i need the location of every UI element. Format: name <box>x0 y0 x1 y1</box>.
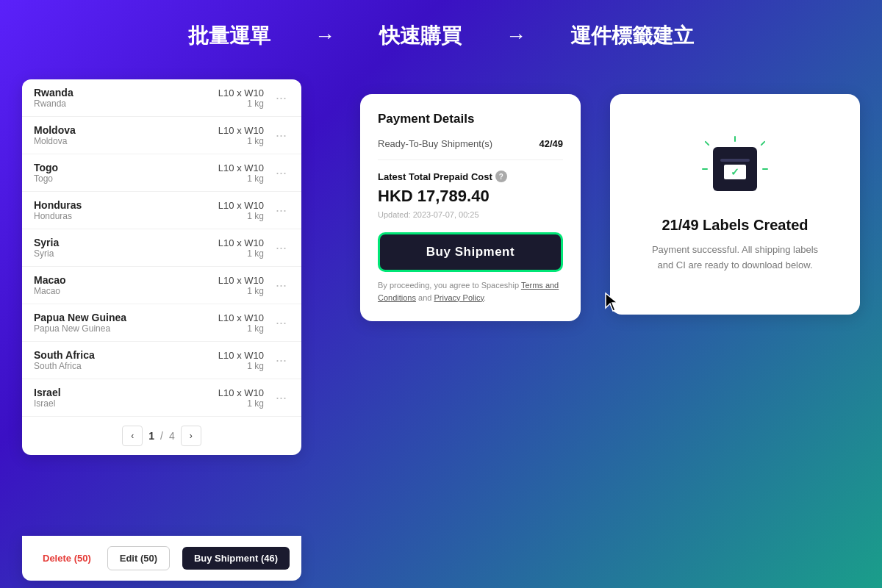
dims-weight: 1 kg <box>218 173 264 184</box>
country-sub: Macao <box>34 286 218 296</box>
shipment-info: Syria Syria <box>34 237 218 259</box>
dims-value: L10 x W10 <box>218 125 264 136</box>
dims-value: L10 x W10 <box>218 87 264 98</box>
shipment-menu-button[interactable]: ··· <box>273 162 290 184</box>
ready-to-buy-row: Ready-To-Buy Shipment(s) 42/49 <box>378 138 563 160</box>
country-name: Israel <box>34 387 218 398</box>
country-sub: South Africa <box>34 361 218 371</box>
country-name: Syria <box>34 237 218 248</box>
next-page-button[interactable]: › <box>181 426 201 446</box>
dims-value: L10 x W10 <box>218 350 264 361</box>
shipment-info: Moldova Moldova <box>34 124 218 146</box>
privacy-link[interactable]: Privacy Policy <box>434 293 484 302</box>
shipment-menu-button[interactable]: ··· <box>273 387 290 409</box>
delete-button[interactable]: Delete (50) <box>34 547 100 570</box>
table-row: Honduras Honduras L10 x W10 1 kg ··· <box>22 192 301 229</box>
dims-value: L10 x W10 <box>218 312 264 323</box>
step2-label: 快速購買 <box>379 22 462 50</box>
table-row: Moldova Moldova L10 x W10 1 kg ··· <box>22 117 301 154</box>
dims-weight: 1 kg <box>218 248 264 259</box>
country-sub: Rwanda <box>34 98 218 109</box>
table-row: Papua New Guinea Papua New Guinea L10 x … <box>22 304 301 342</box>
country-sub: Togo <box>34 173 218 184</box>
arrow1-icon: → <box>315 24 335 48</box>
shipment-dims: L10 x W10 1 kg <box>218 275 264 296</box>
shipment-menu-button[interactable]: ··· <box>273 87 290 109</box>
country-sub: Moldova <box>34 136 218 146</box>
shipment-dims: L10 x W10 1 kg <box>218 237 264 259</box>
table-row: Togo Togo L10 x W10 1 kg ··· <box>22 154 301 192</box>
country-name: Macao <box>34 274 218 286</box>
cost-label: Latest Total Prepaid Cost ? <box>378 171 563 182</box>
labels-panel: ✓ 21/49 Labels Created Payment successfu… <box>610 94 860 315</box>
dims-value: L10 x W10 <box>218 237 264 248</box>
payment-panel: Payment Details Ready-To-Buy Shipment(s)… <box>360 94 581 321</box>
country-name: Honduras <box>34 199 218 211</box>
payment-updated: Updated: 2023-07-07, 00:25 <box>378 210 563 219</box>
shipment-menu-button[interactable]: ··· <box>273 312 290 334</box>
ready-value: 42/49 <box>539 138 563 149</box>
country-name: South Africa <box>34 349 218 361</box>
arrow2-icon: → <box>506 24 526 48</box>
edit-button[interactable]: Edit (50) <box>107 546 170 570</box>
step1-label: 批量運單 <box>188 22 270 50</box>
buy-shipment-bottom-button[interactable]: Buy Shipment (46) <box>182 547 290 570</box>
dims-weight: 1 kg <box>218 323 264 334</box>
shipment-table: Rwanda Rwanda L10 x W10 1 kg ··· Moldova… <box>22 79 301 416</box>
dims-weight: 1 kg <box>218 361 264 371</box>
shipment-info: Togo Togo <box>34 162 218 184</box>
table-row: Macao Macao L10 x W10 1 kg ··· <box>22 267 301 304</box>
printer-icon-wrapper: ✓ <box>702 136 768 202</box>
shipment-info: Rwanda Rwanda <box>34 87 218 109</box>
dims-value: L10 x W10 <box>218 275 264 286</box>
shipment-dims: L10 x W10 1 kg <box>218 87 264 109</box>
header: 批量運單 → 快速購買 → 運件標籤建立 <box>0 0 882 65</box>
country-name: Togo <box>34 162 218 173</box>
shipment-menu-button[interactable]: ··· <box>273 200 290 221</box>
info-icon[interactable]: ? <box>495 171 507 182</box>
prev-page-button[interactable]: ‹ <box>122 426 143 446</box>
dims-weight: 1 kg <box>218 136 264 146</box>
buy-shipment-main-button[interactable]: Buy Shipment <box>378 232 563 272</box>
shipment-list-panel: Rwanda Rwanda L10 x W10 1 kg ··· Moldova… <box>22 79 301 455</box>
shipment-dims: L10 x W10 1 kg <box>218 162 264 184</box>
shipment-menu-button[interactable]: ··· <box>273 350 290 371</box>
shipment-info: Macao Macao <box>34 274 218 296</box>
main-area: Rwanda Rwanda L10 x W10 1 kg ··· Moldova… <box>0 65 882 520</box>
page-total: 4 <box>169 430 175 442</box>
labels-title: 21/49 Labels Created <box>662 217 808 234</box>
check-icon: ✓ <box>731 166 739 178</box>
table-row: Israel Israel L10 x W10 1 kg ··· <box>22 379 301 416</box>
country-sub: Syria <box>34 248 218 259</box>
step3-label: 運件標籤建立 <box>570 22 694 50</box>
bottom-bar: Delete (50) Edit (50) Buy Shipment (46) <box>22 536 301 581</box>
ray-top-right <box>760 140 765 146</box>
shipment-menu-button[interactable]: ··· <box>273 125 290 146</box>
country-name: Moldova <box>34 124 218 136</box>
shipment-menu-button[interactable]: ··· <box>273 275 290 296</box>
shipment-dims: L10 x W10 1 kg <box>218 125 264 146</box>
country-sub: Israel <box>34 398 218 409</box>
ray-top-left <box>704 140 709 146</box>
ray-left <box>702 168 708 170</box>
shipment-menu-button[interactable]: ··· <box>273 237 290 259</box>
table-row: Rwanda Rwanda L10 x W10 1 kg ··· <box>22 79 301 117</box>
ray-right <box>762 168 768 170</box>
page-separator: / <box>160 430 163 442</box>
table-row: South Africa South Africa L10 x W10 1 kg… <box>22 342 301 379</box>
country-sub: Papua New Guinea <box>34 323 218 334</box>
pagination: ‹ 1 / 4 › <box>22 416 301 455</box>
dims-weight: 1 kg <box>218 98 264 109</box>
country-name: Papua New Guinea <box>34 312 218 323</box>
labels-description: Payment successful. All shipping labels … <box>647 243 823 273</box>
dims-value: L10 x W10 <box>218 387 264 398</box>
country-sub: Honduras <box>34 211 218 221</box>
payment-amount: HKD 17,789.40 <box>378 187 563 206</box>
shipment-dims: L10 x W10 1 kg <box>218 350 264 371</box>
dims-value: L10 x W10 <box>218 200 264 211</box>
country-name: Rwanda <box>34 87 218 98</box>
printer-body: ✓ <box>713 147 757 191</box>
terms-text: By proceeding, you agree to Spaceship Te… <box>378 279 563 304</box>
printer-slot <box>720 159 750 162</box>
shipment-dims: L10 x W10 1 kg <box>218 387 264 409</box>
